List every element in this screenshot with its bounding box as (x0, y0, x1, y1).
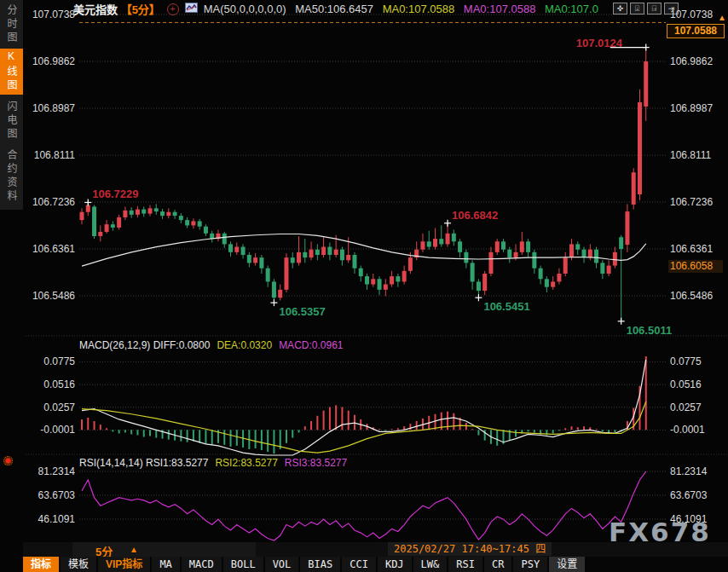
ma0-yellow-value: MA0:107.0588 (383, 3, 455, 15)
macd-axis-left-tick: 0.0257 (24, 402, 75, 413)
symbol-title: 美元指数 (73, 3, 118, 16)
price-annotation: 106.5451 (483, 300, 529, 313)
price-annotation: 107.0124 (576, 37, 622, 49)
tab-RSI[interactable]: RSI (448, 557, 482, 572)
macd-header-part-3: MACD:0.0961 (279, 339, 343, 351)
rsi-axis-left-tick: 81.2314 (24, 465, 75, 477)
tab-VIP指标[interactable]: VIP指标 (98, 557, 150, 572)
main-axis-right-tick: 106.5486 (670, 290, 713, 302)
tab-BIAS[interactable]: BIAS (300, 557, 340, 572)
header-toolbar: ✜⍗⍈⇥ (613, 3, 679, 14)
prev-close-label: 106.6058 (668, 260, 723, 273)
tab-CR[interactable]: CR (484, 557, 511, 572)
price-annotation: 106.6842 (452, 209, 498, 222)
rsi-header-part-1: RSI(14,14,14) RSI1:83.5277 (79, 457, 208, 469)
price-annotation: 106.7229 (92, 188, 138, 200)
rsi-axis-right-tick: 63.6703 (670, 489, 707, 501)
ma0-green-value: MA0:107.0 (545, 3, 598, 15)
alarm-icon[interactable] (3, 456, 13, 465)
chart-canvas (0, 0, 728, 572)
tab-BOLL[interactable]: BOLL (223, 557, 263, 572)
alarm-dot (6, 459, 10, 463)
sidebar-item-3[interactable]: 闪电图 (0, 98, 23, 143)
sidebar-item-1[interactable]: 分时图 (0, 3, 23, 46)
macd-axis-left-tick: 0.0516 (24, 378, 75, 390)
macd-axis-right-tick: -0.0001 (670, 424, 705, 436)
pane-left-axis-icon[interactable]: ⍗ (630, 3, 644, 14)
tab-PSY[interactable]: PSY (513, 557, 547, 572)
indicator-tab-bar: 指标模板VIP指标MAMACDBOLLVOLBIASCCIKDJLW&RSICR… (23, 557, 728, 572)
main-axis-left-tick: 106.9862 (24, 55, 75, 67)
rsi-header-part-2: RSI2:83.5277 (215, 457, 277, 469)
sidebar-item-4[interactable]: 合约资料 (0, 147, 23, 206)
rsi-header: RSI(14,14,14) RSI1:83.5277RSI2:83.5277RS… (79, 457, 354, 469)
price-annotation: 106.5011 (627, 324, 673, 337)
macd-header: MACD(26,12,9) DIFF:0.0800DEA:0.0320MACD:… (79, 339, 350, 351)
main-axis-left-tick: 106.8987 (24, 102, 75, 114)
main-axis-left-tick: 106.6361 (24, 243, 75, 255)
tab-MACD[interactable]: MACD (182, 557, 222, 572)
macd-axis-right-tick: 0.0257 (670, 402, 702, 413)
ma-settings-label: MA(50,0,0,0,0,0) (204, 3, 286, 15)
rsi-axis-left-tick: 46.1091 (24, 513, 75, 525)
period-badge[interactable]: 【5分】 (121, 3, 160, 16)
main-axis-left-tick: 107.0738 (24, 9, 75, 20)
price-annotation: 106.5357 (279, 305, 325, 318)
pane-right-axis-icon[interactable]: ⍈ (647, 3, 662, 14)
main-axis-left-tick: 106.7236 (24, 196, 75, 208)
main-axis-right-tick: 106.7236 (670, 196, 713, 208)
period-dropdown-arrow-icon[interactable]: ▲ (130, 545, 138, 554)
rsi-axis-right-tick: 81.2314 (670, 465, 707, 477)
macd-axis-left-tick: 0.0775 (24, 355, 75, 367)
tab-KDJ[interactable]: KDJ (378, 557, 412, 572)
macd-header-part-2: DEA:0.0320 (217, 339, 272, 351)
tab-CCI[interactable]: CCI (342, 557, 376, 572)
chart-type-icon[interactable] (185, 3, 198, 15)
tab-VOL[interactable]: VOL (265, 557, 299, 572)
tab-指标[interactable]: 指标 (23, 557, 59, 572)
main-axis-right-tick: 106.8987 (670, 102, 713, 114)
main-axis-right-tick: 107.0738 (670, 9, 713, 20)
status-row: 5分 ▲ 2025/02/27 17:40~17:45 四 (23, 542, 728, 557)
rsi-header-part-3: RSI3:83.5277 (285, 457, 347, 469)
price-up-arrow-icon: ▲ (718, 13, 726, 22)
macd-axis-right-tick: 0.0516 (670, 378, 702, 390)
main-axis-right-tick: 106.9862 (670, 55, 713, 67)
main-axis-right-tick: 106.6361 (670, 243, 713, 255)
tab-模板[interactable]: 模板 (61, 557, 96, 572)
hover-datetime-tooltip: 2025/02/27 17:40~17:45 四 (388, 542, 552, 556)
main-axis-right-tick: 106.8111 (670, 149, 711, 161)
sidebar-item-2[interactable]: K线图 (0, 49, 23, 95)
tab-MA[interactable]: MA (152, 557, 179, 572)
current-price-box: 107.0588 (667, 24, 725, 38)
main-axis-left-tick: 106.8111 (24, 149, 75, 161)
rsi-axis-left-tick: 63.6703 (24, 489, 75, 501)
main-axis-left-tick: 106.5486 (24, 290, 75, 302)
add-indicator-icon[interactable]: + (167, 3, 179, 15)
macd-axis-right-tick: 0.0775 (670, 355, 702, 367)
macd-header-part-1: MACD(26,12,9) DIFF:0.0800 (79, 339, 210, 351)
left-sidebar: 分时图K线图闪电图合约资料 (0, 0, 23, 210)
trading-app: 分时图K线图闪电图合约资料 美元指数 【5分】 + MA(50,0,0,0,0,… (0, 0, 728, 572)
crosshair-icon[interactable]: ✜ (613, 3, 627, 14)
chart-header: 美元指数 【5分】 + MA(50,0,0,0,0,0) MA50:106.64… (73, 1, 598, 15)
tab-设置[interactable]: 设置 (549, 557, 585, 572)
tab-LW&[interactable]: LW& (413, 557, 448, 572)
macd-axis-left-tick: -0.0001 (24, 424, 75, 436)
ma0-magenta-value: MA0:107.0588 (464, 3, 536, 15)
ma50-value: MA50:106.6457 (295, 3, 373, 15)
